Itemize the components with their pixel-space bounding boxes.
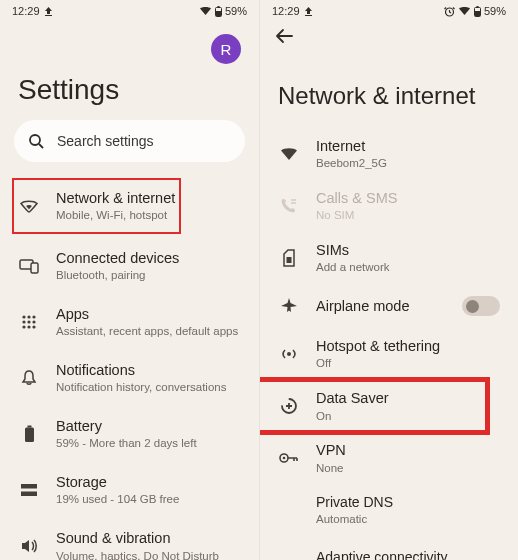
battery-icon <box>215 6 222 17</box>
svg-rect-18 <box>21 484 37 489</box>
airplane-icon <box>278 297 300 315</box>
upload-icon <box>44 6 53 16</box>
svg-point-11 <box>27 321 30 324</box>
item-sub: Off <box>316 356 500 371</box>
svg-point-13 <box>22 326 25 329</box>
item-sub: Bluetooth, pairing <box>56 268 241 283</box>
item-sub: 19% used - 104 GB free <box>56 492 241 507</box>
item-title: VPN <box>316 441 500 459</box>
network-item-sims[interactable]: SIMs Add a network <box>260 232 518 284</box>
page-title: Settings <box>0 68 259 120</box>
svg-point-8 <box>27 316 30 319</box>
item-title: Storage <box>56 473 241 491</box>
item-sub: No SIM <box>316 208 500 223</box>
battery-icon <box>18 425 40 443</box>
status-time: 12:29 <box>12 5 40 17</box>
settings-item-storage[interactable]: Storage 19% used - 104 GB free <box>0 462 259 518</box>
phone-icon <box>278 197 300 215</box>
settings-item-connected[interactable]: Connected devices Bluetooth, pairing <box>0 238 259 294</box>
network-item-vpn[interactable]: VPN None <box>260 432 518 484</box>
settings-item-sound[interactable]: Sound & vibration Volume, haptics, Do No… <box>0 518 259 560</box>
page-title: Network & internet <box>260 50 518 128</box>
volume-icon <box>18 538 40 554</box>
search-placeholder: Search settings <box>57 133 154 149</box>
item-sub: None <box>316 461 500 476</box>
network-item-internet[interactable]: Internet Beebom2_5G <box>260 128 518 180</box>
item-sub: Volume, haptics, Do Not Disturb <box>56 549 241 561</box>
storage-icon <box>18 483 40 497</box>
item-sub: On <box>316 409 500 424</box>
svg-rect-22 <box>476 6 478 8</box>
item-title: Adaptive connectivity <box>316 545 500 560</box>
sim-icon <box>278 249 300 267</box>
status-time: 12:29 <box>272 5 300 17</box>
svg-point-12 <box>32 321 35 324</box>
wifi-icon <box>458 6 471 16</box>
network-item-adaptive[interactable]: Adaptive connectivity <box>260 536 518 560</box>
svg-point-10 <box>22 321 25 324</box>
settings-item-apps[interactable]: Apps Assistant, recent apps, default app… <box>0 294 259 350</box>
alarm-icon <box>444 6 455 17</box>
svg-rect-6 <box>31 263 38 273</box>
item-title: Apps <box>56 305 241 323</box>
item-title: Battery <box>56 417 241 435</box>
status-battery: 59% <box>225 5 247 17</box>
network-item-airplane[interactable]: Airplane mode <box>260 284 518 328</box>
network-item-privatedns[interactable]: Private DNS Automatic <box>260 485 518 536</box>
item-sub: Assistant, recent apps, default apps <box>56 324 241 339</box>
item-sub: Automatic <box>316 512 500 527</box>
apps-icon <box>18 314 40 330</box>
svg-rect-24 <box>287 257 292 263</box>
hotspot-icon <box>278 345 300 363</box>
svg-point-15 <box>32 326 35 329</box>
wifi-icon <box>199 6 212 16</box>
item-title: Connected devices <box>56 249 241 267</box>
datasaver-icon <box>278 397 300 415</box>
svg-point-28 <box>283 457 286 460</box>
item-sub: Mobile, Wi-Fi, hotspot <box>56 208 241 223</box>
svg-rect-17 <box>27 426 31 428</box>
svg-point-14 <box>27 326 30 329</box>
wifi-icon <box>278 146 300 162</box>
settings-item-network[interactable]: Network & internet Mobile, Wi-Fi, hotspo… <box>0 178 259 234</box>
search-icon <box>28 133 45 150</box>
back-button[interactable] <box>274 30 294 47</box>
svg-point-3 <box>30 135 40 145</box>
battery-icon <box>474 6 481 17</box>
item-title: Data Saver <box>316 389 500 407</box>
vpn-key-icon <box>278 452 300 464</box>
svg-point-9 <box>32 316 35 319</box>
item-title: Hotspot & tethering <box>316 337 500 355</box>
network-item-hotspot[interactable]: Hotspot & tethering Off <box>260 328 518 380</box>
network-item-datasaver[interactable]: Data Saver On <box>260 380 518 432</box>
airplane-toggle[interactable] <box>462 296 500 316</box>
network-screen: 12:29 59% Network & internet <box>259 0 518 560</box>
item-title: Calls & SMS <box>316 189 500 207</box>
item-title: SIMs <box>316 241 500 259</box>
devices-icon <box>18 258 40 274</box>
item-sub: Add a network <box>316 260 500 275</box>
status-bar-right: 12:29 59% <box>260 0 518 20</box>
wifi-icon <box>18 198 40 214</box>
svg-line-4 <box>39 144 43 148</box>
svg-rect-16 <box>25 428 34 443</box>
item-sub: Beebom2_5G <box>316 156 500 171</box>
status-bar-left: 12:29 59% <box>0 0 259 20</box>
search-input[interactable]: Search settings <box>14 120 245 162</box>
item-title: Sound & vibration <box>56 529 241 547</box>
svg-point-7 <box>22 316 25 319</box>
status-battery: 59% <box>484 5 506 17</box>
svg-rect-2 <box>216 11 221 16</box>
item-sub: Notification history, conversations <box>56 380 241 395</box>
svg-rect-19 <box>21 492 37 497</box>
settings-item-notifications[interactable]: Notifications Notification history, conv… <box>0 350 259 406</box>
item-title: Private DNS <box>316 494 500 512</box>
svg-point-25 <box>287 352 291 356</box>
avatar[interactable]: R <box>211 34 241 64</box>
item-title: Network & internet <box>56 189 241 207</box>
settings-item-battery[interactable]: Battery 59% - More than 2 days left <box>0 406 259 462</box>
item-title: Airplane mode <box>316 293 446 319</box>
svg-rect-1 <box>217 6 219 8</box>
item-title: Notifications <box>56 361 241 379</box>
network-item-calls: Calls & SMS No SIM <box>260 180 518 232</box>
